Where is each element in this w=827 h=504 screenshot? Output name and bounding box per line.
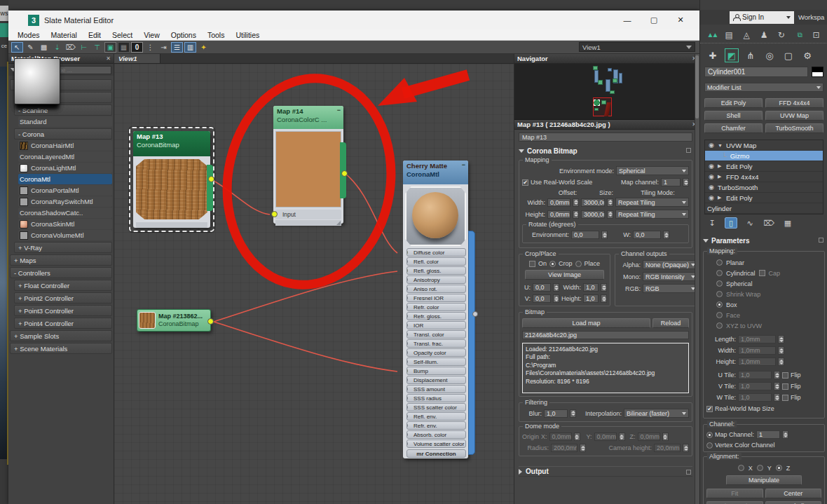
cherry-output-tab[interactable] [468, 231, 475, 455]
assign-to-selection-icon[interactable]: ⇣ [51, 42, 63, 53]
slot-refr-gloss-[interactable]: Refr. gloss. [406, 312, 466, 320]
remove-modifier-icon[interactable]: ⌦ [763, 217, 775, 229]
view-image-button[interactable]: View Image [525, 270, 604, 280]
output-rollout[interactable]: Output [519, 466, 692, 477]
rollout-pin-icon[interactable] [686, 470, 691, 475]
align-z-radio[interactable] [776, 465, 782, 471]
browser-item--v-ray[interactable]: + V-Ray [14, 242, 112, 253]
hide-unused-nodeslots-icon[interactable]: ⋮ [144, 42, 156, 53]
real-world-map-size-checkbox[interactable] [706, 406, 713, 412]
slot-socket[interactable] [406, 286, 408, 292]
modifier-button-shell[interactable]: Shell [704, 111, 763, 121]
vegetation-icon[interactable]: ▲▲ [704, 28, 719, 42]
menu-utilities[interactable]: Utilities [231, 31, 264, 39]
node-view[interactable]: View1 Map #13 CoronaBitmap [114, 54, 514, 504]
mapping-radio[interactable] [716, 312, 723, 318]
mapping-option-xyz-to-uvw[interactable]: XYZ to UVW [706, 320, 821, 331]
panel-scrollbar[interactable] [695, 130, 699, 504]
width-tiling-dropdown[interactable]: Repeat Tiling [615, 198, 689, 207]
alpha-dropdown[interactable]: None (Opaque) [643, 260, 698, 269]
mr-connection-footer[interactable]: mr Connection [406, 449, 466, 458]
slot-refl-color[interactable]: Refl. color [406, 257, 466, 266]
stack-item-uvw-map[interactable]: ◉▼UVW Map [705, 140, 823, 151]
slot-socket[interactable] [406, 268, 408, 273]
width-size-field[interactable]: 3000,0n [581, 198, 605, 207]
menu-material[interactable]: Material [46, 31, 82, 39]
bitmap-fit-button[interactable]: Bitmap Fit [706, 501, 763, 504]
node-map14-coronacolorcorrect[interactable]: Map #14 CoronaColorC ... − Input [273, 106, 343, 224]
slot-socket[interactable] [406, 341, 408, 346]
stack-item-cylinder[interactable]: Cylinder [705, 203, 823, 214]
slot-socket[interactable] [406, 277, 408, 282]
slot-refr-color[interactable]: Refr. color [406, 303, 466, 311]
browser-item-coronaskinmtl[interactable]: CoronaSkinMtl [18, 219, 112, 229]
slot-refl-gloss-[interactable]: Refl. gloss. [406, 266, 466, 275]
browser-item--point3-controller[interactable]: + Point3 Controller [14, 305, 112, 316]
u-flip-checkbox[interactable] [782, 372, 788, 379]
node-cherry-matte-coronamtl[interactable]: Cherry Matte CoronaMtl − Diffuse colorRe… [403, 161, 468, 458]
cap-checkbox[interactable] [759, 270, 765, 276]
terrain-icon[interactable]: ◬ [739, 28, 754, 42]
zoom-to-selected-icon[interactable]: ✦ [198, 42, 210, 53]
browser-item--corona[interactable]: - Corona [14, 128, 112, 139]
browser-item--scene-materials[interactable]: + Scene Materials [10, 343, 112, 354]
load-map-button[interactable]: Load map [522, 318, 650, 328]
visibility-eye-icon[interactable]: ◉ [707, 142, 716, 149]
browser-item--point4-controller[interactable]: + Point4 Controller [14, 318, 112, 329]
slot-refl-env-[interactable]: Refl. env. [406, 412, 466, 421]
place-radio[interactable] [575, 261, 582, 267]
browser-item-coronalayeredmtl[interactable]: CoronaLayeredMtl [18, 151, 112, 162]
menu-view[interactable]: View [139, 31, 165, 39]
browser-item-coronalightmtl[interactable]: CoronaLightMtl [18, 163, 112, 173]
interpolation-dropdown[interactable]: Bilinear (faster) [624, 409, 689, 418]
layer-explorer-icon[interactable]: ▤ [722, 28, 737, 42]
map14-input-slot[interactable]: Input [275, 210, 341, 219]
isolate-icon[interactable]: ⊡ [809, 28, 823, 42]
close-icon[interactable]: ✕ [106, 55, 111, 62]
populate-icon[interactable]: ♟ [757, 28, 772, 42]
slot-socket[interactable] [406, 386, 408, 392]
crop-u-field[interactable]: 0,0 [533, 283, 551, 292]
workspace-label[interactable]: Workspa [798, 13, 824, 21]
slot-anisotropy[interactable]: Anisotropy [406, 275, 466, 284]
map-channel-spinner[interactable] [683, 178, 689, 186]
slot-displacement[interactable]: Displacement [406, 376, 466, 384]
bitmap-filename-field[interactable]: 21246a8b4c20.jpg [522, 331, 689, 339]
mapping-radio[interactable] [716, 322, 723, 329]
browser-item-coronavolumemtl[interactable]: CoronaVolumeMtl [18, 230, 112, 240]
tab-utilities[interactable]: ⚙ [800, 48, 814, 62]
slot-socket[interactable] [406, 377, 408, 383]
layout-children-icon[interactable]: ⊤ [91, 42, 103, 53]
show-end-result-icon[interactable]: ▯ [725, 217, 737, 229]
rollout-pin-icon[interactable] [686, 148, 691, 153]
align-y-radio[interactable] [757, 465, 763, 471]
expander-icon[interactable]: ▼ [718, 143, 724, 148]
browser-item--controllers[interactable]: - Controllers [10, 267, 112, 278]
slot-socket[interactable] [406, 259, 408, 264]
slot-ior[interactable]: IOR [406, 321, 466, 329]
vertex-color-channel-radio[interactable] [706, 442, 713, 449]
slot-fresnel-ior[interactable]: Fresnel IOR [406, 294, 466, 302]
mapping-radio[interactable] [716, 301, 723, 308]
slot-self-illum-[interactable]: Self-illum. [406, 357, 466, 366]
object-color-swatch[interactable] [812, 67, 823, 77]
slot-socket[interactable] [406, 395, 408, 401]
menu-options[interactable]: Options [166, 31, 201, 39]
slot-socket[interactable] [406, 368, 408, 374]
slot-socket[interactable] [406, 404, 408, 410]
slot-sss-amount[interactable]: SSS amount [406, 385, 466, 393]
map-channel-field[interactable]: 1 [661, 178, 681, 186]
visibility-eye-icon[interactable]: ◉ [707, 194, 716, 201]
browser-item--sample-slots[interactable]: + Sample Slots [10, 330, 112, 341]
environment-mode-dropdown[interactable]: Spherical [616, 166, 689, 175]
slot-socket[interactable] [406, 350, 408, 355]
tab-create[interactable]: ✚ [706, 48, 720, 62]
menu-select[interactable]: Select [107, 31, 137, 39]
stack-item-gizmo[interactable]: └Gizmo [705, 151, 823, 161]
crop-on-checkbox[interactable] [529, 261, 535, 267]
slot-absorb-color[interactable]: Absorb. color [406, 430, 466, 439]
modifier-button-ffd-4x4x4[interactable]: FFD 4x4x4 [765, 98, 823, 108]
parameters-rollout[interactable]: Parameters [703, 236, 825, 245]
configure-modifier-sets-icon[interactable]: ▦ [781, 217, 794, 229]
browser-item-coronashadowcatc-[interactable]: CoronaShadowCatc.. [18, 207, 112, 218]
